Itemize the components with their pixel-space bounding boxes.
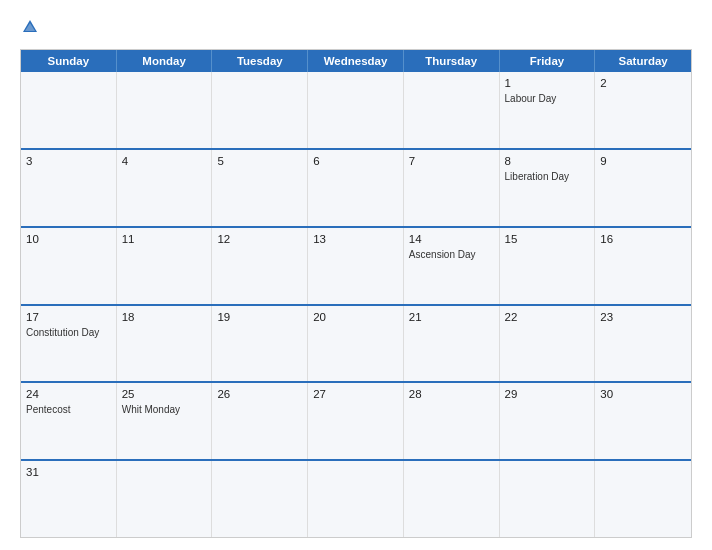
day-cell: 24Pentecost [21,383,117,459]
day-number: 31 [26,466,111,478]
event-label: Constitution Day [26,326,111,339]
day-cell: 7 [404,150,500,226]
day-cell: 8Liberation Day [500,150,596,226]
event-label: Liberation Day [505,170,590,183]
day-cell: 9 [595,150,691,226]
header-friday: Friday [500,50,596,72]
day-cell: 22 [500,306,596,382]
day-cell: 23 [595,306,691,382]
day-number: 4 [122,155,207,167]
calendar-grid: Sunday Monday Tuesday Wednesday Thursday… [20,49,692,538]
weeks-container: 1Labour Day2345678Liberation Day91011121… [21,72,691,537]
day-number: 11 [122,233,207,245]
day-number: 30 [600,388,686,400]
day-cell: 10 [21,228,117,304]
day-number: 25 [122,388,207,400]
day-cell: 31 [21,461,117,537]
week-row-3: 1011121314Ascension Day1516 [21,226,691,304]
day-cell: 26 [212,383,308,459]
day-cell [21,72,117,148]
header-thursday: Thursday [404,50,500,72]
day-cell: 27 [308,383,404,459]
header-wednesday: Wednesday [308,50,404,72]
day-number: 13 [313,233,398,245]
week-row-2: 345678Liberation Day9 [21,148,691,226]
event-label: Ascension Day [409,248,494,261]
logo [20,18,39,39]
event-label: Labour Day [505,92,590,105]
day-number: 1 [505,77,590,89]
day-number: 10 [26,233,111,245]
day-number: 16 [600,233,686,245]
day-number: 14 [409,233,494,245]
week-row-1: 1Labour Day2 [21,72,691,148]
day-number: 19 [217,311,302,323]
day-number: 27 [313,388,398,400]
day-cell: 28 [404,383,500,459]
day-cell: 5 [212,150,308,226]
day-number: 18 [122,311,207,323]
day-number: 20 [313,311,398,323]
week-row-5: 24Pentecost25Whit Monday2627282930 [21,381,691,459]
header [20,18,692,39]
day-cell: 13 [308,228,404,304]
day-cell: 6 [308,150,404,226]
event-label: Pentecost [26,403,111,416]
day-cell [117,461,213,537]
day-cell: 15 [500,228,596,304]
day-cell: 4 [117,150,213,226]
day-number: 21 [409,311,494,323]
day-number: 8 [505,155,590,167]
day-number: 15 [505,233,590,245]
day-cell: 3 [21,150,117,226]
day-cell [212,72,308,148]
day-number: 28 [409,388,494,400]
header-tuesday: Tuesday [212,50,308,72]
day-cell: 21 [404,306,500,382]
header-sunday: Sunday [21,50,117,72]
day-cell [500,461,596,537]
day-cell: 29 [500,383,596,459]
day-number: 3 [26,155,111,167]
day-cell: 12 [212,228,308,304]
day-number: 5 [217,155,302,167]
day-headers-row: Sunday Monday Tuesday Wednesday Thursday… [21,50,691,72]
day-cell: 17Constitution Day [21,306,117,382]
day-number: 17 [26,311,111,323]
day-number: 7 [409,155,494,167]
day-number: 26 [217,388,302,400]
week-row-6: 31 [21,459,691,537]
day-cell [404,461,500,537]
day-number: 9 [600,155,686,167]
day-cell: 30 [595,383,691,459]
day-cell: 20 [308,306,404,382]
day-cell [308,72,404,148]
day-number: 12 [217,233,302,245]
day-cell [117,72,213,148]
day-number: 6 [313,155,398,167]
day-cell: 18 [117,306,213,382]
day-cell: 16 [595,228,691,304]
header-saturday: Saturday [595,50,691,72]
day-number: 24 [26,388,111,400]
day-cell: 11 [117,228,213,304]
calendar-page: Sunday Monday Tuesday Wednesday Thursday… [0,0,712,550]
day-number: 22 [505,311,590,323]
day-number: 2 [600,77,686,89]
day-cell: 2 [595,72,691,148]
event-label: Whit Monday [122,403,207,416]
header-monday: Monday [117,50,213,72]
logo-icon [21,18,39,36]
day-cell [404,72,500,148]
day-cell [308,461,404,537]
week-row-4: 17Constitution Day181920212223 [21,304,691,382]
day-cell: 19 [212,306,308,382]
day-cell: 1Labour Day [500,72,596,148]
day-number: 29 [505,388,590,400]
day-cell [212,461,308,537]
day-cell [595,461,691,537]
day-number: 23 [600,311,686,323]
day-cell: 14Ascension Day [404,228,500,304]
day-cell: 25Whit Monday [117,383,213,459]
